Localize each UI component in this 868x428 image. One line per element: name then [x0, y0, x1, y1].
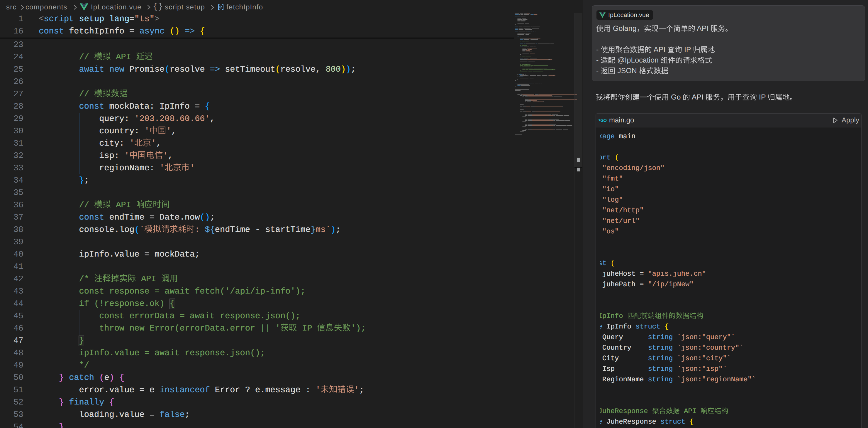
svg-text:GO: GO: [600, 119, 607, 123]
